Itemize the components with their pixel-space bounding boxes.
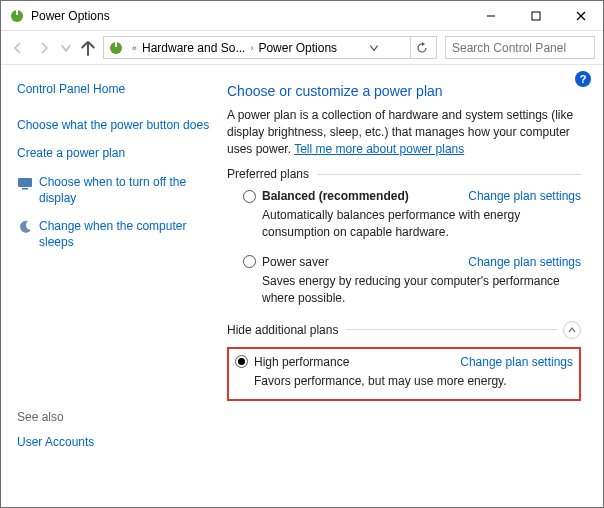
svg-rect-3	[532, 12, 540, 20]
search-input[interactable]	[445, 36, 595, 59]
hide-additional-plans-header[interactable]: Hide additional plans	[227, 321, 581, 339]
chevron-right-icon: ›	[246, 43, 257, 53]
plan-balanced: Balanced (recommended) Change plan setti…	[243, 189, 581, 241]
breadcrumb-segment[interactable]: Hardware and So...	[141, 41, 246, 55]
svg-rect-7	[115, 42, 117, 47]
power-saver-radio[interactable]	[243, 255, 256, 268]
minimize-button[interactable]	[468, 1, 513, 30]
sidebar-link[interactable]: Choose when to turn off the display	[39, 174, 211, 206]
plan-description: Saves energy by reducing your computer's…	[262, 273, 581, 307]
close-button[interactable]	[558, 1, 603, 30]
plan-power-saver: Power saver Change plan settings Saves e…	[243, 255, 581, 307]
control-panel-home-link[interactable]: Control Panel Home	[17, 81, 211, 97]
high-performance-radio[interactable]	[235, 355, 248, 368]
sidebar-link[interactable]: Choose what the power button does	[17, 117, 211, 133]
page-heading: Choose or customize a power plan	[227, 83, 581, 99]
sleep-icon	[17, 219, 33, 235]
plan-description: Automatically balances performance with …	[262, 207, 581, 241]
balanced-radio[interactable]	[243, 190, 256, 203]
forward-button[interactable]	[33, 37, 55, 59]
plan-name: Power saver	[262, 255, 329, 269]
svg-rect-1	[16, 10, 18, 15]
change-plan-settings-link[interactable]: Change plan settings	[468, 255, 581, 269]
change-plan-settings-link[interactable]: Change plan settings	[468, 189, 581, 203]
sidebar-link[interactable]: Create a power plan	[17, 145, 211, 161]
plan-description: Favors performance, but may use more ene…	[254, 373, 573, 390]
breadcrumb-segment[interactable]: Power Options	[257, 41, 338, 55]
refresh-button[interactable]	[410, 36, 434, 59]
preferred-plans-header: Preferred plans	[227, 167, 581, 181]
learn-more-link[interactable]: Tell me more about power plans	[294, 142, 464, 156]
sidebar-link[interactable]: Change when the computer sleeps	[39, 218, 211, 250]
plan-name: Balanced (recommended)	[262, 189, 409, 203]
power-options-icon	[9, 8, 25, 24]
window-title: Power Options	[31, 9, 468, 23]
recent-dropdown[interactable]	[59, 37, 73, 59]
user-accounts-link[interactable]: User Accounts	[17, 434, 211, 450]
collapse-button[interactable]	[563, 321, 581, 339]
address-bar[interactable]: « Hardware and So... › Power Options	[103, 36, 437, 59]
maximize-button[interactable]	[513, 1, 558, 30]
see-also-header: See also	[17, 410, 211, 424]
svg-rect-9	[22, 188, 28, 190]
highlighted-plan: High performance Change plan settings Fa…	[227, 347, 581, 402]
titlebar: Power Options	[1, 1, 603, 31]
main-content: Choose or customize a power plan A power…	[221, 65, 603, 507]
power-options-window: Power Options « Hardware and So... › Pow…	[0, 0, 604, 508]
svg-rect-8	[18, 178, 32, 187]
power-options-icon	[108, 40, 124, 56]
address-dropdown[interactable]	[365, 42, 383, 54]
display-off-icon	[17, 175, 33, 191]
toolbar: « Hardware and So... › Power Options	[1, 31, 603, 65]
sidebar: Control Panel Home Choose what the power…	[1, 65, 221, 507]
plan-name: High performance	[254, 355, 349, 369]
back-button[interactable]	[7, 37, 29, 59]
chevron-left-icon: «	[128, 43, 141, 53]
up-button[interactable]	[77, 37, 99, 59]
change-plan-settings-link[interactable]: Change plan settings	[460, 355, 573, 369]
help-icon[interactable]: ?	[575, 71, 591, 87]
page-description: A power plan is a collection of hardware…	[227, 107, 581, 157]
